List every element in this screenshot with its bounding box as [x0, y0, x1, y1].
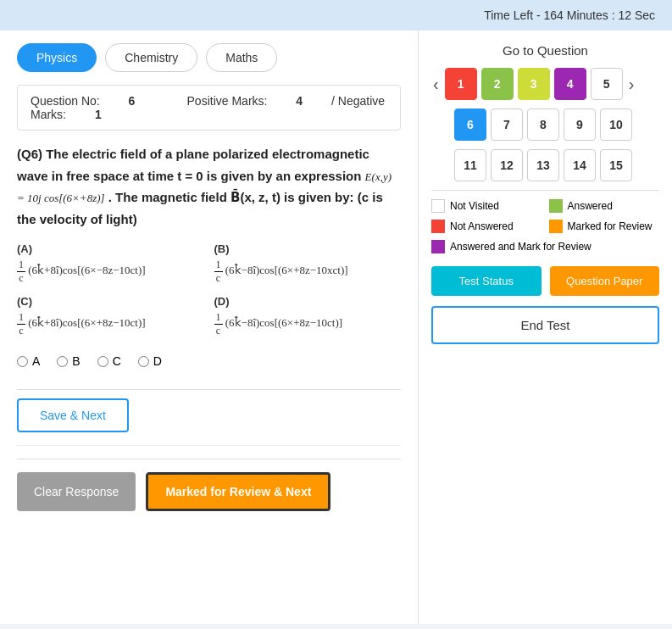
- legend-box-marked-review: [549, 220, 563, 233]
- nav-arrow-left[interactable]: ‹: [431, 75, 441, 94]
- legend: Not Visited Answered Not Answered Marked…: [431, 199, 659, 253]
- tab-chemistry[interactable]: Chemistry: [105, 43, 197, 72]
- q-btn-1[interactable]: 1: [445, 68, 477, 100]
- radio-a[interactable]: A: [17, 354, 40, 368]
- q-btn-2[interactable]: 2: [481, 68, 514, 100]
- q-btn-10[interactable]: 10: [600, 109, 632, 141]
- question-info-bar: Question No: 6 Positive Marks: 4 / Negat…: [17, 85, 401, 131]
- legend-answered-label: Answered: [568, 200, 613, 212]
- legend-box-answered-marked: [431, 240, 445, 253]
- option-a-label: (A): [17, 242, 204, 255]
- q-btn-9[interactable]: 9: [564, 109, 596, 141]
- option-d-label: (D): [214, 295, 402, 308]
- legend-not-visited-label: Not Visited: [450, 200, 499, 212]
- timer: Time Left - 164 Minutes : 12 Sec: [484, 8, 655, 22]
- bottom-actions: Clear Response Marked for Review & Next: [17, 472, 401, 511]
- question-no-label: Question No:: [31, 94, 100, 108]
- question-grid-row3: 11 12 13 14 15: [431, 149, 659, 181]
- options-grid: (A) 1c (6k̂+8î)cos[(6×−8z−10ct)] (B) 1c …: [17, 242, 401, 337]
- q-btn-15[interactable]: 15: [600, 149, 632, 181]
- q-btn-14[interactable]: 14: [564, 149, 596, 181]
- nav-arrow-right[interactable]: ›: [627, 75, 636, 94]
- option-b: (B) 1c (6k̂−8î)cos[(6×+8z−10xct)]: [214, 242, 402, 285]
- q-btn-8[interactable]: 8: [527, 109, 559, 141]
- option-c: (C) 1c (6k̂+8î)cos[(6×+8z−10ct)]: [17, 295, 204, 337]
- question-grid-row1: ‹ 1 2 3 4 5 ›: [431, 68, 659, 100]
- radio-c[interactable]: C: [97, 354, 121, 368]
- q-btn-5[interactable]: 5: [591, 68, 623, 100]
- option-d-formula: 1c (6k̂−8î)cos[(6×+8z−10ct)]: [214, 311, 402, 337]
- goto-question-title: Go to Question: [431, 43, 659, 58]
- radio-input-c[interactable]: [97, 356, 108, 367]
- positive-marks-label: Positive Marks:: [187, 94, 268, 108]
- right-panel: Go to Question ‹ 1 2 3 4 5 › 6 7 8 9 10 …: [418, 31, 672, 624]
- radio-d[interactable]: D: [138, 354, 162, 368]
- option-b-label: (B): [214, 242, 402, 255]
- end-test-button[interactable]: End Test: [431, 306, 659, 344]
- tab-maths[interactable]: Maths: [206, 43, 277, 72]
- tab-physics[interactable]: Physics: [17, 43, 97, 72]
- radio-input-b[interactable]: [57, 356, 68, 367]
- legend-not-visited: Not Visited: [431, 199, 542, 213]
- legend-not-answered-label: Not Answered: [450, 220, 514, 232]
- option-c-formula: 1c (6k̂+8î)cos[(6×+8z−10ct)]: [17, 311, 204, 337]
- legend-box-answered: [549, 199, 563, 213]
- option-d: (D) 1c (6k̂−8î)cos[(6×+8z−10ct)]: [214, 295, 402, 337]
- option-b-formula: 1c (6k̂−8î)cos[(6×+8z−10xct)]: [214, 259, 402, 285]
- legend-marked-review-label: Marked for Review: [568, 220, 653, 232]
- legend-marked-review: Marked for Review: [549, 220, 660, 233]
- question-text: (Q6) The electric field of a plane polar…: [17, 143, 401, 230]
- negative-marks-value: 1: [95, 108, 102, 121]
- q-btn-13[interactable]: 13: [527, 149, 559, 181]
- q-btn-3[interactable]: 3: [518, 68, 550, 100]
- save-next-button[interactable]: Save & Next: [17, 398, 129, 432]
- legend-box-not-answered: [431, 220, 445, 233]
- legend-answered-marked: Answered and Mark for Review: [431, 240, 659, 253]
- positive-marks-value: 4: [296, 94, 303, 108]
- question-grid-row2: 6 7 8 9 10: [431, 109, 659, 141]
- radio-b[interactable]: B: [57, 354, 80, 368]
- option-c-label: (C): [17, 295, 204, 308]
- q-btn-6[interactable]: 6: [454, 109, 486, 141]
- radio-options: A B C D: [17, 354, 401, 368]
- option-a: (A) 1c (6k̂+8î)cos[(6×−8z−10ct)]: [17, 242, 204, 285]
- q-btn-11[interactable]: 11: [454, 149, 486, 181]
- q-btn-7[interactable]: 7: [491, 109, 523, 141]
- option-a-formula: 1c (6k̂+8î)cos[(6×−8z−10ct)]: [17, 259, 204, 285]
- legend-box-not-visited: [431, 199, 445, 213]
- q-btn-12[interactable]: 12: [491, 149, 523, 181]
- legend-answered-marked-label: Answered and Mark for Review: [450, 241, 591, 253]
- subject-tabs: Physics Chemistry Maths: [17, 43, 401, 72]
- clear-response-button[interactable]: Clear Response: [17, 472, 136, 511]
- legend-not-answered: Not Answered: [431, 220, 542, 233]
- question-main-text: (Q6) The electric field of a plane polar…: [17, 147, 369, 183]
- test-status-button[interactable]: Test Status: [431, 266, 541, 296]
- radio-input-a[interactable]: [17, 356, 28, 367]
- right-bottom-buttons: Test Status Question Paper: [431, 266, 659, 296]
- q-btn-4[interactable]: 4: [554, 68, 586, 100]
- legend-answered: Answered: [549, 199, 660, 213]
- question-number: 6: [129, 94, 136, 108]
- action-row-save: Save & Next: [17, 398, 401, 446]
- question-paper-button[interactable]: Question Paper: [550, 266, 660, 296]
- radio-input-d[interactable]: [138, 356, 149, 367]
- marked-review-button[interactable]: Marked for Review & Next: [146, 472, 330, 511]
- top-bar: Time Left - 164 Minutes : 12 Sec: [0, 0, 672, 31]
- left-panel: Physics Chemistry Maths Question No: 6 P…: [0, 31, 418, 624]
- main-container: Physics Chemistry Maths Question No: 6 P…: [0, 31, 672, 624]
